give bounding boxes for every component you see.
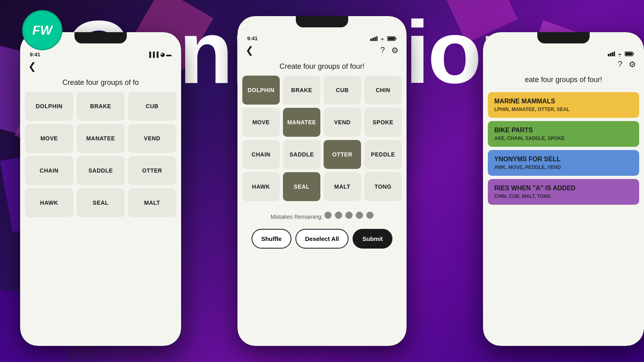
left-tile-brake[interactable]: BRAKE bbox=[76, 92, 125, 121]
dot-2 bbox=[335, 212, 342, 219]
tile-tong[interactable]: TONG bbox=[364, 172, 402, 201]
left-tile-manatee[interactable]: MANATEE bbox=[76, 124, 125, 153]
settings-icon[interactable]: ⚙ bbox=[391, 45, 398, 55]
submit-button[interactable]: Submit bbox=[353, 229, 392, 249]
phone-right: ‹ ? ⚙ eate four groups of four! MARINE M… bbox=[483, 32, 644, 346]
svg-rect-21 bbox=[610, 53, 611, 56]
group-synonyms-title: YNONYMS FOR SELL bbox=[494, 156, 633, 163]
group-ries: RIES WHEN "A" IS ADDED CHIN, CUB, MALT, … bbox=[488, 179, 639, 205]
word-grid: DOLPHIN BRAKE CUB CHIN MOVE MANATEE VEND… bbox=[237, 76, 407, 201]
help-icon[interactable]: ? bbox=[380, 45, 385, 55]
tile-manatee[interactable]: MANATEE bbox=[283, 108, 320, 137]
tile-move[interactable]: MOVE bbox=[242, 108, 280, 137]
left-tile-cub[interactable]: CUB bbox=[128, 92, 176, 121]
phone-center-title: Create four groups of four! bbox=[237, 59, 407, 76]
tile-hawk[interactable]: HAWK bbox=[242, 172, 280, 201]
left-tile-chain[interactable]: CHAIN bbox=[25, 156, 73, 185]
phone-left-screen: 9:41 ▐▐▐ ◕ ▬ ❮ Create four groups of fo … bbox=[20, 32, 181, 346]
action-buttons: Shuffle Deselect All Submit bbox=[237, 224, 407, 253]
left-tile-hawk[interactable]: HAWK bbox=[25, 188, 73, 217]
phone-center-time: 9:41 bbox=[247, 35, 258, 41]
phone-left-time: 9:41 bbox=[30, 51, 40, 58]
phone-right-nav-right: ? ⚙ bbox=[618, 60, 636, 69]
svg-rect-22 bbox=[612, 52, 613, 56]
deselect-button[interactable]: Deselect All bbox=[295, 229, 349, 249]
phone-right-screen: ‹ ? ⚙ eate four groups of four! MARINE M… bbox=[483, 32, 644, 346]
svg-rect-19 bbox=[396, 38, 396, 39]
phone-center-icons bbox=[370, 36, 397, 41]
dot-5 bbox=[366, 212, 374, 219]
tile-peddle[interactable]: PEDDLE bbox=[364, 140, 402, 169]
left-tile-move[interactable]: MOVE bbox=[25, 124, 73, 153]
tile-seal[interactable]: SEAL bbox=[283, 172, 320, 201]
phone-right-nav: ‹ ? ⚙ bbox=[483, 56, 644, 72]
svg-rect-15 bbox=[374, 37, 376, 41]
group-synonyms: YNONYMS FOR SELL AWK, MOVE, PEDDLE, VEND bbox=[488, 150, 639, 176]
phone-center-back[interactable]: ❮ bbox=[246, 45, 254, 56]
phone-center-screen: 9:41 ❮ ? ⚙ Create four groups of four! bbox=[237, 16, 407, 346]
left-tile-malt[interactable]: MALT bbox=[128, 188, 176, 217]
tile-spoke[interactable]: SPOKE bbox=[364, 108, 402, 137]
svg-rect-16 bbox=[376, 36, 378, 41]
tile-vend[interactable]: VEND bbox=[324, 108, 361, 137]
phone-right-icons bbox=[608, 51, 634, 56]
group-marine-title: MARINE MAMMALS bbox=[494, 98, 633, 105]
group-marine-mammals: MARINE MAMMALS LPHIN, MANATEE, OTTER, SE… bbox=[488, 92, 639, 118]
mistakes-dots bbox=[324, 212, 374, 219]
battery-icon bbox=[387, 36, 397, 41]
group-bike-title: BIKE PARTS bbox=[494, 127, 633, 134]
phone-center-nav-right: ? ⚙ bbox=[380, 45, 398, 55]
dot-3 bbox=[345, 212, 353, 219]
tile-dolphin[interactable]: DOLPHIN bbox=[242, 76, 280, 105]
group-marine-words: LPHIN, MANATEE, OTTER, SEAL bbox=[494, 107, 633, 112]
svg-rect-25 bbox=[625, 53, 632, 56]
svg-rect-18 bbox=[388, 37, 395, 40]
left-tile-dolphin[interactable]: DOLPHIN bbox=[25, 92, 73, 121]
dot-4 bbox=[356, 212, 363, 219]
dot-1 bbox=[324, 212, 332, 219]
left-tile-saddle[interactable]: SADDLE bbox=[76, 156, 125, 185]
signal-icon bbox=[370, 36, 378, 41]
r-wifi-icon bbox=[617, 51, 623, 56]
fw-logo: FW bbox=[22, 10, 62, 50]
r-signal-icon bbox=[608, 51, 615, 56]
phone-center-nav: ❮ ? ⚙ bbox=[237, 41, 407, 59]
group-bike-words: AKE, CHAIN, SADDLE, SPOKE bbox=[494, 136, 633, 141]
phone-left-icons: ▐▐▐ ◕ ▬ bbox=[147, 51, 171, 58]
phone-right-status bbox=[483, 47, 644, 56]
mistakes-label: Mistakes Remaining: bbox=[270, 214, 323, 220]
phone-left-title: Create four groups of fo bbox=[20, 75, 181, 92]
phone-left-grid: DOLPHIN BRAKE CUB MOVE MANATEE VEND CHAI… bbox=[20, 92, 181, 217]
phone-center: 9:41 ❮ ? ⚙ Create four groups of four! bbox=[237, 16, 407, 346]
tile-brake[interactable]: BRAKE bbox=[283, 76, 320, 105]
tile-cub[interactable]: CUB bbox=[324, 76, 361, 105]
tile-chain[interactable]: CHAIN bbox=[242, 140, 280, 169]
r-help-icon[interactable]: ? bbox=[618, 60, 622, 69]
svg-rect-23 bbox=[614, 51, 615, 56]
shuffle-button[interactable]: Shuffle bbox=[252, 229, 291, 249]
tile-chin[interactable]: CHIN bbox=[364, 76, 402, 105]
left-tile-seal[interactable]: SEAL bbox=[76, 188, 125, 217]
group-bike-parts: BIKE PARTS AKE, CHAIN, SADDLE, SPOKE bbox=[488, 121, 639, 147]
phone-right-title: eate four groups of four! bbox=[483, 72, 644, 89]
tile-saddle[interactable]: SADDLE bbox=[283, 140, 320, 169]
r-settings-icon[interactable]: ⚙ bbox=[629, 60, 636, 69]
left-tile-vend[interactable]: VEND bbox=[128, 124, 176, 153]
group-ries-words: CHIN, CUB, MALT, TONG bbox=[494, 193, 633, 199]
completed-groups: MARINE MAMMALS LPHIN, MANATEE, OTTER, SE… bbox=[483, 89, 644, 211]
phone-left: 9:41 ▐▐▐ ◕ ▬ ❮ Create four groups of fo … bbox=[20, 32, 181, 346]
phone-right-notch bbox=[537, 32, 590, 43]
mistakes-section: Mistakes Remaining: bbox=[237, 201, 407, 224]
phone-left-back[interactable]: ❮ bbox=[28, 61, 36, 72]
svg-rect-20 bbox=[608, 54, 609, 56]
phone-left-nav: ❮ bbox=[20, 58, 181, 75]
r-battery-icon bbox=[625, 51, 634, 56]
svg-rect-14 bbox=[372, 38, 374, 41]
svg-rect-13 bbox=[370, 39, 372, 41]
tile-otter[interactable]: OTTER bbox=[324, 140, 361, 169]
svg-rect-26 bbox=[633, 53, 634, 55]
tile-malt[interactable]: MALT bbox=[324, 172, 361, 201]
left-tile-otter[interactable]: OTTER bbox=[128, 156, 176, 185]
phone-center-status: 9:41 bbox=[237, 31, 407, 41]
fw-logo-text: FW bbox=[32, 23, 52, 38]
